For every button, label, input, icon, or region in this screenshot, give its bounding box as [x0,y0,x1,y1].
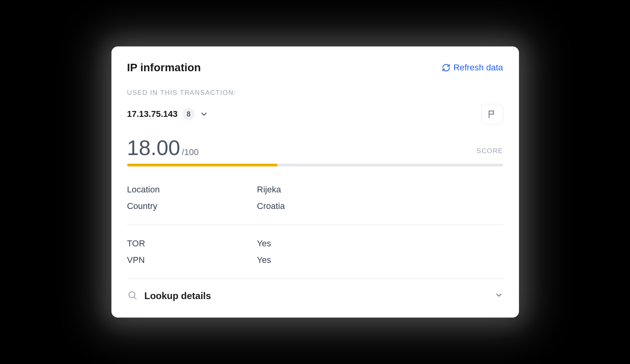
score-label: SCORE [476,147,503,158]
info-label: TOR [127,238,257,249]
refresh-label: Refresh data [454,63,503,73]
lookup-title: Lookup details [145,290,211,301]
refresh-data-button[interactable]: Refresh data [442,63,503,73]
score-progress-fill [127,164,278,166]
chevron-down-icon [495,291,503,301]
ip-selector[interactable]: 17.13.75.143 8 [127,108,208,120]
info-label: VPN [127,255,257,265]
info-value: Yes [257,255,271,265]
lookup-left: Lookup details [127,290,211,302]
svg-line-1 [134,297,136,299]
info-label: Location [127,185,257,195]
score-row: 18.00 /100 SCORE [127,137,503,158]
chevron-down-icon [200,110,208,118]
score-value-wrap: 18.00 /100 [127,137,199,158]
info-value: Croatia [257,201,285,211]
transaction-section-label: USED IN THIS TRANSACTION: [127,89,503,97]
search-icon [127,290,137,302]
info-row: TOR Yes [127,235,503,252]
flag-icon [487,109,497,119]
card-header: IP information Refresh data [127,61,503,74]
ip-row: 17.13.75.143 8 [127,104,503,124]
card-title: IP information [127,61,201,74]
info-value: Yes [257,238,271,249]
refresh-icon [442,63,450,72]
info-group-location: Location Rijeka Country Croatia [127,179,503,225]
info-label: Country [127,201,257,211]
ip-count-badge: 8 [182,108,195,120]
info-row: Location Rijeka [127,181,503,198]
ip-information-card: IP information Refresh data USED IN THIS… [111,46,519,318]
info-row: VPN Yes [127,252,503,268]
flag-button[interactable] [481,104,503,124]
score-progress-track [127,164,503,166]
info-row: Country Croatia [127,198,503,214]
score-value: 18.00 [127,137,180,158]
info-group-network: TOR Yes VPN Yes [127,225,503,279]
lookup-details-toggle[interactable]: Lookup details [127,279,503,314]
score-max: /100 [182,147,199,157]
ip-address: 17.13.75.143 [127,109,178,119]
info-value: Rijeka [257,185,281,195]
